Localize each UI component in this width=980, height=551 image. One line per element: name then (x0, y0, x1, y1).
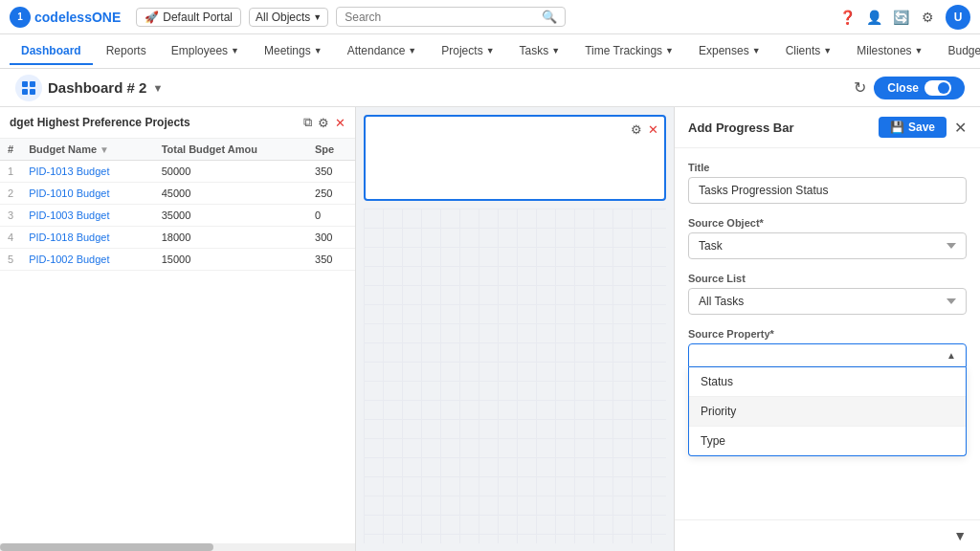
table-row: 2 PID-1010 Budget 45000 250 (0, 183, 355, 205)
chevron-down-icon: ▼ (665, 46, 674, 55)
title-label: Title (688, 162, 967, 173)
save-icon: 💾 (890, 121, 904, 134)
row-budget-name[interactable]: PID-1013 Budget (21, 161, 154, 183)
sidebar-item-milestones[interactable]: Milestones▼ (845, 38, 934, 65)
settings-icon[interactable]: ⚙ (919, 9, 936, 26)
center-panel: ⚙ ✕ (356, 107, 674, 551)
row-number: 2 (0, 183, 21, 205)
col-spe: Spe (307, 139, 355, 161)
title-field-group: Title (688, 162, 967, 204)
close-toggle[interactable] (924, 80, 951, 96)
scrollbar-thumb[interactable] (0, 543, 213, 551)
title-input[interactable] (688, 177, 967, 204)
row-number: 3 (0, 205, 21, 227)
source-list-label: Source List (688, 273, 967, 284)
source-list-field-group: Source List All Tasks (688, 273, 967, 315)
panel-close-button[interactable]: ✕ (954, 119, 967, 137)
dashboard-header: Dashboard # 2 ▼ ↻ Close (0, 69, 980, 107)
row-amount: 45000 (154, 183, 307, 205)
row-budget-name[interactable]: PID-1018 Budget (21, 227, 154, 249)
sidebar-item-attendance[interactable]: Attendance▼ (336, 38, 429, 65)
all-objects-button[interactable]: All Objects ▼ (249, 8, 328, 27)
brand: 1 codelessONE (10, 7, 121, 28)
dashboard-icon (15, 75, 42, 101)
col-num: # (0, 139, 21, 161)
chevron-down-icon[interactable]: ▼ (953, 528, 967, 543)
sidebar-item-projects[interactable]: Projects▼ (430, 38, 505, 65)
search-input[interactable] (345, 11, 542, 24)
sidebar-item-dashboard[interactable]: Dashboard (10, 38, 93, 65)
row-budget-name[interactable]: PID-1002 Budget (21, 249, 154, 271)
portal-button[interactable]: 🚀 Default Portal (136, 8, 241, 27)
widget-panel: dget Highest Preference Projects ⧉ ⚙ ✕ #… (0, 107, 356, 551)
chevron-down-icon: ▼ (752, 46, 761, 55)
sidebar-item-expenses[interactable]: Expenses▼ (687, 38, 772, 65)
chevron-down-icon: ▼ (486, 46, 495, 55)
row-spe: 300 (307, 227, 355, 249)
svg-rect-1 (30, 81, 35, 87)
panel-footer: ▼ (675, 519, 980, 551)
chevron-down-icon: ▼ (823, 46, 832, 55)
table-row: 1 PID-1013 Budget 50000 350 (0, 161, 355, 183)
help-icon[interactable]: ❓ (838, 9, 856, 26)
search-icon: 🔍 (542, 10, 557, 24)
row-spe: 0 (307, 205, 355, 227)
col-total-budget: Total Budget Amou (154, 139, 307, 161)
sidebar-item-timetrackings[interactable]: Time Trackings▼ (573, 38, 685, 65)
chevron-down-icon[interactable]: ▼ (152, 82, 163, 94)
budget-table: # Budget Name ▼ Total Budget Amou Spe 1 … (0, 139, 355, 543)
close-icon[interactable]: ✕ (648, 122, 658, 137)
brand-icon: 1 (10, 7, 31, 28)
source-property-dropdown: Status Priority Type (688, 367, 967, 456)
refresh-icon[interactable]: 🔄 (892, 9, 909, 26)
sidebar-item-clients[interactable]: Clients▼ (774, 38, 844, 65)
main-content: dget Highest Preference Projects ⧉ ⚙ ✕ #… (0, 107, 980, 551)
source-object-select[interactable]: Task (688, 232, 967, 259)
external-link-icon[interactable]: ⧉ (303, 115, 312, 130)
gear-icon[interactable]: ⚙ (631, 122, 642, 137)
row-amount: 50000 (154, 161, 307, 183)
close-icon[interactable]: ✕ (335, 116, 345, 130)
row-number: 4 (0, 227, 21, 249)
widget-box: ⚙ ✕ (364, 115, 666, 201)
sidebar-item-employees[interactable]: Employees▼ (160, 38, 251, 65)
portal-label: Default Portal (163, 11, 233, 24)
dropdown-item-priority[interactable]: Priority (689, 397, 966, 427)
chevron-down-icon: ▼ (551, 46, 560, 55)
sidebar-item-budgets[interactable]: Budgets▼ (937, 38, 980, 65)
dropdown-item-status[interactable]: Status (689, 367, 966, 397)
source-list-select[interactable]: All Tasks (688, 288, 967, 315)
widget-header: dget Highest Preference Projects ⧉ ⚙ ✕ (0, 107, 355, 139)
row-budget-name[interactable]: PID-1003 Budget (21, 205, 154, 227)
save-button[interactable]: 💾 Save (879, 117, 947, 138)
sidebar-item-meetings[interactable]: Meetings▼ (253, 38, 334, 65)
settings-icon[interactable]: ⚙ (318, 116, 329, 130)
sidebar-item-reports[interactable]: Reports (95, 38, 158, 65)
source-object-label: Source Object* (688, 217, 967, 229)
user-icon[interactable]: 👤 (865, 9, 882, 26)
sidebar-item-tasks[interactable]: Tasks▼ (508, 38, 572, 65)
row-number: 5 (0, 249, 21, 271)
avatar[interactable]: U (946, 5, 970, 30)
table-row: 5 PID-1002 Budget 15000 350 (0, 249, 355, 271)
col-budget-name[interactable]: Budget Name ▼ (21, 139, 154, 161)
row-amount: 15000 (154, 249, 307, 271)
navbar: Dashboard Reports Employees▼ Meetings▼ A… (0, 34, 980, 69)
row-budget-name[interactable]: PID-1010 Budget (21, 183, 154, 205)
close-label: Close (887, 81, 919, 95)
horizontal-scrollbar[interactable] (0, 543, 355, 551)
table-row: 3 PID-1003 Budget 35000 0 (0, 205, 355, 227)
chevron-down-icon: ▼ (231, 46, 239, 55)
close-button[interactable]: Close (874, 77, 965, 99)
row-spe: 350 (307, 161, 355, 183)
row-spe: 250 (307, 183, 355, 205)
source-property-field[interactable]: ▲ (688, 343, 967, 367)
search-bar[interactable]: 🔍 (336, 7, 566, 27)
widget-actions: ⧉ ⚙ ✕ (303, 115, 345, 130)
grid-background (364, 209, 666, 543)
source-property-field-group: Source Property* ▲ Status Priority Type (688, 328, 967, 367)
dropdown-item-type[interactable]: Type (689, 427, 966, 455)
dashboard-actions: ↻ Close (854, 77, 965, 99)
source-object-field-group: Source Object* Task (688, 217, 967, 259)
refresh-button[interactable]: ↻ (854, 78, 866, 97)
